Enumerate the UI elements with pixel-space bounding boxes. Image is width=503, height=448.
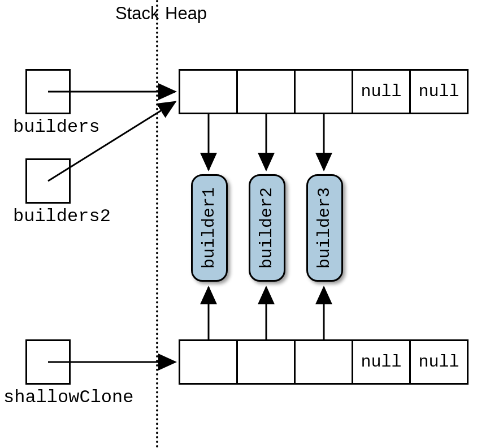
shallowclone-label: shallowClone [3, 387, 133, 408]
array-bottom-cell-2 [294, 339, 353, 385]
stack-box-shallowclone [25, 339, 71, 385]
stack-header: Stack [115, 3, 159, 24]
builder1-text: builder1 [200, 187, 219, 269]
builder1-object: builder1 [191, 174, 228, 282]
array-top-cell-0 [179, 69, 238, 114]
stack-box-builders2 [25, 158, 71, 204]
stack-heap-divider [156, 0, 158, 448]
heap-header: Heap [165, 3, 207, 24]
array-bottom-cell-4: null [409, 339, 469, 385]
array-bottom-cell-1 [236, 339, 296, 385]
stack-box-builders [25, 69, 71, 114]
builder2-object: builder2 [249, 174, 285, 282]
builders-label: builders [13, 117, 100, 137]
memory-diagram: Stack Heap builders builders2 shallowClo… [0, 0, 503, 448]
builders2-label: builders2 [13, 206, 111, 227]
array-top-cell-4: null [409, 69, 469, 114]
builder2-text: builder2 [258, 187, 277, 269]
array-top-cell-1 [236, 69, 296, 114]
array-top-cell-2 [294, 69, 353, 114]
array-top-cell-3: null [352, 69, 411, 114]
builder3-object: builder3 [306, 174, 343, 282]
array-bottom-cell-3: null [352, 339, 411, 385]
builder3-text: builder3 [315, 187, 335, 269]
array-bottom-cell-0 [179, 339, 238, 385]
